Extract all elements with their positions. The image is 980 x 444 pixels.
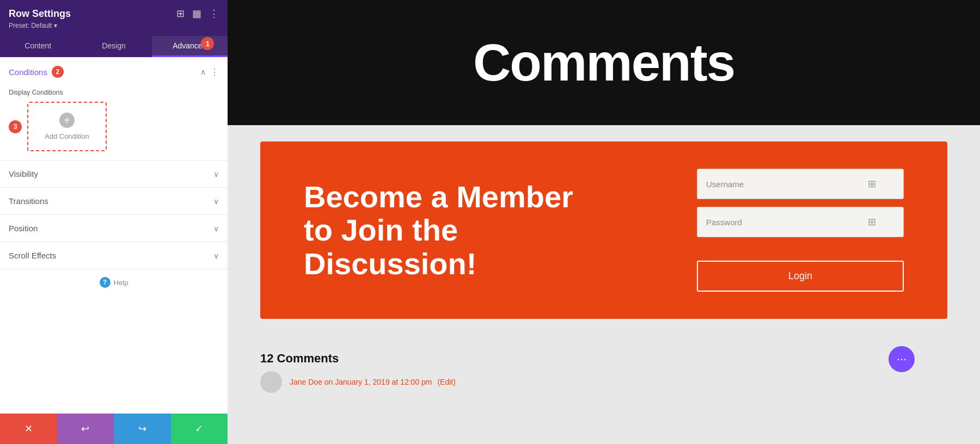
scroll-effects-section-header[interactable]: Scroll Effects ∨ xyxy=(0,242,228,269)
undo-button[interactable]: ↩ xyxy=(57,414,114,444)
tab-advanced[interactable]: Advanced 1 xyxy=(152,36,228,57)
conditions-body: Display Conditions 3 + Add Condition xyxy=(0,87,228,160)
more-options-icon[interactable]: ⋮ xyxy=(209,8,219,20)
password-field[interactable]: Password ⊞ xyxy=(697,207,904,237)
comments-hero: Comments xyxy=(228,0,980,125)
panel-title: Row Settings xyxy=(9,8,71,20)
add-condition-button[interactable]: + Add Condition xyxy=(27,102,107,151)
step-3-badge: 3 xyxy=(9,120,22,133)
panel-footer: ✕ ↩ ↪ ✓ xyxy=(0,414,228,444)
comments-bottom: 12 Comments Jane Doe on January 1, 2019 … xyxy=(228,335,980,409)
columns-icon[interactable]: ▦ xyxy=(192,8,201,20)
advanced-tab-badge: 1 xyxy=(201,37,214,50)
position-chevron-icon: ∨ xyxy=(213,224,219,233)
help-row[interactable]: ? Help xyxy=(0,269,228,295)
add-condition-label: Add Condition xyxy=(45,132,89,140)
comments-count-title: 12 Comments xyxy=(260,351,947,366)
section-scroll-effects: Scroll Effects ∨ xyxy=(0,242,228,269)
transitions-section-title: Transitions xyxy=(9,196,48,206)
panel-tabs: Content Design Advanced 1 xyxy=(0,36,228,57)
username-icon: ⊞ xyxy=(868,178,876,190)
scroll-effects-chevron-icon: ∨ xyxy=(213,251,219,260)
purple-dots-button[interactable]: ··· xyxy=(889,346,915,372)
plus-icon: + xyxy=(59,113,75,128)
position-section-title: Position xyxy=(9,224,38,233)
member-text: Become a Member to Join the Discussion! xyxy=(304,180,587,281)
tab-design[interactable]: Design xyxy=(76,36,151,57)
cancel-button[interactable]: ✕ xyxy=(0,414,57,444)
tab-content[interactable]: Content xyxy=(0,36,76,57)
panel-header: Row Settings ⊞ ▦ ⋮ Preset: Default xyxy=(0,0,228,36)
login-button[interactable]: Login xyxy=(697,261,904,292)
transitions-chevron-icon: ∨ xyxy=(213,197,219,206)
panel-body: Conditions 2 ∧ ⋮ Display Conditions 3 + … xyxy=(0,57,228,444)
login-form: Username ⊞ Password ⊞ Forgot your passwo… xyxy=(697,169,904,292)
add-condition-area: 3 + Add Condition xyxy=(9,102,219,151)
username-placeholder: Username xyxy=(706,180,744,189)
section-transitions: Transitions ∨ xyxy=(0,188,228,215)
save-button[interactable]: ✓ xyxy=(171,414,228,444)
scroll-effects-section-title: Scroll Effects xyxy=(9,251,56,260)
comment-author: Jane Doe on January 1, 2019 at 12:00 pm … xyxy=(290,378,456,386)
help-icon: ? xyxy=(100,277,111,288)
position-section-header[interactable]: Position ∨ xyxy=(0,215,228,242)
comments-hero-title: Comments xyxy=(473,33,734,92)
visibility-section-header[interactable]: Visibility ∨ xyxy=(0,161,228,187)
panel-preset[interactable]: Preset: Default xyxy=(9,22,219,29)
left-panel: Row Settings ⊞ ▦ ⋮ Preset: Default Conte… xyxy=(0,0,228,444)
help-label: Help xyxy=(114,279,128,287)
transitions-section-header[interactable]: Transitions ∨ xyxy=(0,188,228,214)
password-icon: ⊞ xyxy=(868,216,876,228)
redo-button[interactable]: ↪ xyxy=(114,414,171,444)
section-position: Position ∨ xyxy=(0,215,228,242)
visibility-chevron-icon: ∨ xyxy=(213,170,219,178)
forgot-password-link[interactable]: Forgot your password? xyxy=(697,245,904,253)
section-conditions: Conditions 2 ∧ ⋮ Display Conditions 3 + … xyxy=(0,57,228,161)
username-field[interactable]: Username ⊞ xyxy=(697,169,904,199)
expand-icon[interactable]: ⊞ xyxy=(176,8,185,20)
password-placeholder: Password xyxy=(706,218,742,227)
display-conditions-label: Display Conditions xyxy=(9,89,219,96)
header-icons: ⊞ ▦ ⋮ xyxy=(176,8,219,20)
conditions-badge: 2 xyxy=(52,66,64,78)
conditions-more-icon[interactable]: ⋮ xyxy=(210,67,219,77)
visibility-section-title: Visibility xyxy=(9,169,38,178)
member-block: Become a Member to Join the Discussion! … xyxy=(260,141,947,319)
right-content: Comments Become a Member to Join the Dis… xyxy=(228,0,980,444)
conditions-section-title: Conditions xyxy=(9,67,47,77)
section-visibility: Visibility ∨ xyxy=(0,161,228,188)
avatar xyxy=(260,371,282,393)
conditions-chevron-icon: ∧ xyxy=(200,67,206,76)
conditions-section-header[interactable]: Conditions 2 ∧ ⋮ xyxy=(0,57,228,87)
